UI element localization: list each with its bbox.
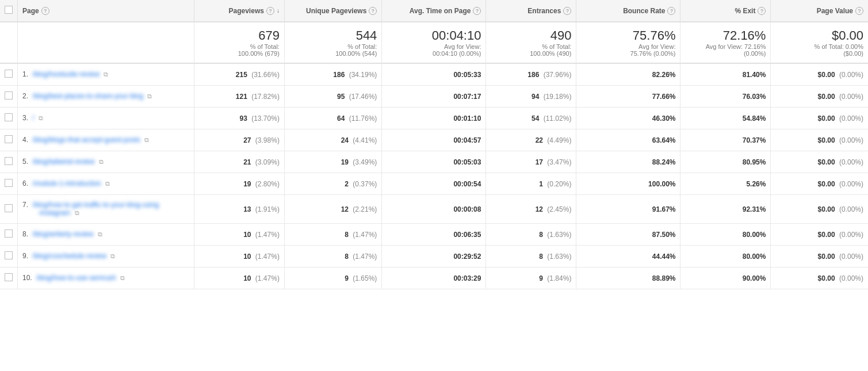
- unique-pageviews-help-icon[interactable]: ?: [369, 7, 377, 15]
- analytics-table-container: Page ? Pageviews ? ↓ Unique Pageviews ?: [0, 0, 868, 289]
- page-link[interactable]: /: [32, 114, 34, 122]
- totals-pct-exit-main: 72.16%: [685, 28, 766, 43]
- row-checkbox[interactable]: [5, 273, 13, 281]
- page-link[interactable]: /blog/blogs-that-accept-guest-posts: [32, 136, 140, 144]
- row-checkbox-cell[interactable]: [0, 246, 18, 267]
- row-checkbox[interactable]: [5, 179, 13, 187]
- row-bounce-rate-cell: 91.67%: [576, 195, 680, 224]
- row-checkbox-cell[interactable]: [0, 63, 18, 86]
- totals-page-value-main: $0.00: [775, 28, 863, 43]
- page-link[interactable]: /blog/how-to-use-semrush: [36, 274, 116, 282]
- row-unique-pct: (17.46%): [349, 93, 377, 101]
- row-pageviews-pct: (1.47%): [255, 253, 280, 261]
- row-page-value-cell: $0.00 (0.00%): [771, 63, 868, 86]
- row-checkbox[interactable]: [5, 113, 13, 121]
- page-link[interactable]: /blog/best-places-to-share-your-blog: [32, 92, 143, 100]
- pageviews-help-icon[interactable]: ?: [266, 7, 274, 15]
- row-checkbox-cell[interactable]: [0, 108, 18, 129]
- row-unique-cell: 95 (17.46%): [284, 86, 381, 108]
- copy-icon[interactable]: ⧉: [105, 180, 113, 188]
- entrances-column-header: Entrances ?: [486, 0, 576, 22]
- row-bounce-rate-cell: 63.64%: [576, 129, 680, 151]
- row-page-value-main: $0.00: [818, 274, 835, 282]
- row-checkbox-cell[interactable]: [0, 224, 18, 246]
- select-all-checkbox[interactable]: [5, 6, 13, 14]
- copy-icon[interactable]: ⧉: [104, 71, 112, 79]
- row-checkbox[interactable]: [5, 204, 13, 212]
- totals-checkbox-cell: [0, 22, 18, 63]
- row-entrances-pct: (1.63%): [547, 253, 571, 261]
- page-link[interactable]: /module-1-introduction: [32, 179, 101, 188]
- row-entrances-pct: (37.96%): [544, 71, 572, 79]
- row-avg-time-main: 00:03:29: [453, 274, 481, 282]
- row-pct-exit-main: 70.37%: [743, 136, 766, 144]
- page-link[interactable]: /blog/how-to-get-traffic-to-your-blog-us…: [22, 201, 159, 217]
- row-entrances-pct: (1.63%): [547, 231, 571, 239]
- row-unique-pct: (1.47%): [353, 253, 377, 261]
- row-unique-pct: (0.37%): [353, 180, 377, 188]
- copy-icon[interactable]: ⧉: [99, 158, 107, 166]
- row-unique-pct: (4.41%): [353, 136, 377, 144]
- avg-time-help-icon[interactable]: ?: [473, 7, 481, 15]
- copy-icon[interactable]: ⧉: [98, 231, 106, 239]
- row-checkbox-cell[interactable]: [0, 129, 18, 151]
- page-help-icon[interactable]: ?: [41, 7, 49, 15]
- row-page-value-cell: $0.00 (0.00%): [771, 129, 868, 151]
- pageviews-sort-icon[interactable]: ↓: [277, 7, 280, 14]
- row-unique-main: 186: [333, 71, 345, 79]
- row-entrances-cell: 54 (11.02%): [486, 108, 576, 129]
- row-entrances-cell: 12 (2.45%): [486, 195, 576, 224]
- page-link[interactable]: /blog/tailwind-review: [32, 158, 94, 166]
- row-checkbox-cell[interactable]: [0, 151, 18, 173]
- copy-icon[interactable]: ⧉: [147, 93, 155, 101]
- copy-icon[interactable]: ⧉: [75, 209, 83, 217]
- row-unique-cell: 8 (1.47%): [284, 246, 381, 267]
- copy-icon[interactable]: ⧉: [110, 253, 118, 261]
- entrances-help-icon[interactable]: ?: [563, 7, 571, 15]
- row-avg-time-cell: 00:05:33: [382, 63, 486, 86]
- page-link[interactable]: /blog/coschedule-review: [32, 252, 106, 260]
- row-checkbox[interactable]: [5, 70, 13, 78]
- row-pageviews-pct: (2.80%): [255, 180, 280, 188]
- row-checkbox[interactable]: [5, 157, 13, 165]
- copy-icon[interactable]: ⧉: [144, 136, 152, 144]
- pct-exit-help-icon[interactable]: ?: [758, 7, 766, 15]
- page-link[interactable]: /blog/writerly-review: [32, 230, 93, 238]
- row-bounce-rate-main: 88.89%: [652, 274, 676, 282]
- row-bounce-rate-main: 91.67%: [652, 205, 676, 213]
- row-checkbox-cell[interactable]: [0, 86, 18, 108]
- row-unique-main: 8: [345, 231, 349, 239]
- copy-icon[interactable]: ⧉: [39, 114, 47, 123]
- row-checkbox-cell[interactable]: [0, 173, 18, 195]
- row-pageviews-main: 13: [243, 205, 251, 213]
- row-pct-exit-cell: 92.31%: [680, 195, 771, 224]
- row-pct-exit-cell: 90.00%: [680, 267, 771, 289]
- row-pageviews-pct: (1.91%): [255, 205, 280, 213]
- row-checkbox[interactable]: [5, 251, 13, 259]
- row-page-value-cell: $0.00 (0.00%): [771, 108, 868, 129]
- totals-page-cell: [18, 22, 194, 63]
- page-value-help-icon[interactable]: ?: [855, 7, 863, 15]
- row-checkbox-cell[interactable]: [0, 267, 18, 289]
- row-avg-time-cell: 00:00:08: [382, 195, 486, 224]
- copy-icon[interactable]: ⧉: [120, 274, 128, 282]
- row-checkbox[interactable]: [5, 230, 13, 238]
- row-page-value-pct: (0.00%): [839, 71, 863, 79]
- totals-bounce-rate-sub: Avg for View:: [581, 43, 675, 50]
- totals-avg-time-cell: 00:04:10 Avg for View: 00:04:10 (0.00%): [382, 22, 486, 63]
- row-pct-exit-cell: 80.95%: [680, 151, 771, 173]
- page-link[interactable]: /blog/hootsuite-review: [32, 70, 100, 78]
- bounce-rate-help-icon[interactable]: ?: [667, 7, 675, 15]
- row-checkbox-cell[interactable]: [0, 195, 18, 224]
- row-pct-exit-main: 80.95%: [743, 158, 766, 166]
- row-checkbox[interactable]: [5, 91, 13, 100]
- select-all-header[interactable]: [0, 0, 18, 22]
- table-row: 3. / ⧉ 93 (13.70%) 64 (11.76%) 00:01:10 …: [0, 108, 868, 129]
- row-unique-main: 24: [341, 136, 349, 144]
- row-page-cell: 1. /blog/hootsuite-review ⧉: [18, 63, 194, 86]
- row-unique-cell: 9 (1.65%): [284, 267, 381, 289]
- row-checkbox[interactable]: [5, 135, 13, 143]
- row-bounce-rate-main: 63.64%: [652, 136, 676, 144]
- row-avg-time-cell: 00:05:03: [382, 151, 486, 173]
- row-page-value-pct: (0.00%): [839, 274, 863, 282]
